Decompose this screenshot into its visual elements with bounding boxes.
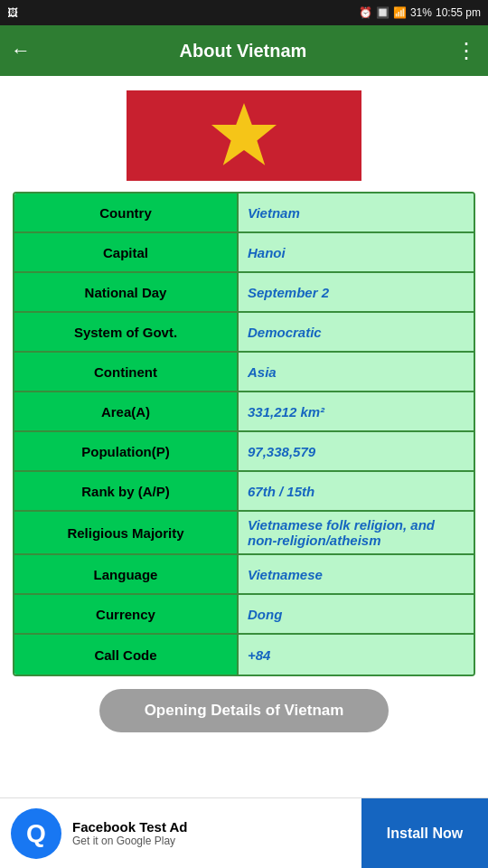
svg-marker-0 [211, 103, 277, 165]
row-label: Call Code [14, 635, 239, 675]
info-table: CountryVietnamCapitalHanoiNational DaySe… [13, 192, 475, 676]
row-value: +84 [239, 635, 474, 675]
status-bar-left: 🖼 [7, 6, 18, 19]
battery-text: 31% [410, 6, 432, 19]
row-label: Continent [14, 353, 239, 391]
ad-icon-letter: Q [26, 819, 46, 848]
table-row: Area(A)331,212 km² [14, 392, 474, 432]
table-row: National DaySeptember 2 [14, 273, 474, 313]
row-value: Vietnamese folk religion, and non-religi… [239, 512, 474, 553]
row-label: Capital [14, 233, 239, 271]
app-bar: ← About Vietnam ⋮ [0, 25, 488, 76]
row-value: Dong [239, 595, 474, 633]
ad-banner: Q Facebook Test Ad Get it on Google Play… [0, 797, 488, 868]
signal-icon: 📶 [393, 6, 407, 19]
table-row: ContinentAsia [14, 353, 474, 392]
table-row: LanguageVietnamese [14, 555, 474, 595]
ad-text: Facebook Test Ad Get it on Google Play [72, 819, 361, 847]
table-row: Rank by (A/P)67th / 15th [14, 472, 474, 512]
alarm-icon: ⏰ [359, 6, 372, 19]
star-svg [208, 99, 280, 172]
table-row: Religious MajorityVietnamese folk religi… [14, 512, 474, 555]
row-label: Population(P) [14, 432, 239, 470]
ad-icon: Q [11, 808, 61, 859]
table-row: Call Code+84 [14, 635, 474, 675]
gallery-icon: 🖼 [7, 6, 18, 19]
row-label: National Day [14, 273, 239, 311]
row-value: September 2 [239, 273, 474, 311]
row-label: Country [14, 193, 239, 231]
row-value: Vietnamese [239, 555, 474, 593]
nfc-icon: 🔲 [376, 6, 389, 19]
top-bar-icons: ⋮ [455, 38, 477, 63]
table-row: System of Govt.Democratic [14, 313, 474, 353]
row-value: 97,338,579 [239, 432, 474, 470]
row-value: 67th / 15th [239, 472, 474, 510]
row-value: Hanoi [239, 233, 474, 271]
status-bar-right: ⏰ 🔲 📶 31% 10:55 pm [359, 6, 481, 19]
ad-title: Facebook Test Ad [72, 819, 361, 835]
table-row: CapitalHanoi [14, 233, 474, 273]
row-value: Democratic [239, 313, 474, 351]
install-now-button[interactable]: Install Now [361, 798, 488, 869]
row-label: Language [14, 555, 239, 593]
row-label: Religious Majority [14, 512, 239, 553]
row-label: Area(A) [14, 392, 239, 430]
vietnam-flag [127, 90, 361, 181]
table-row: CurrencyDong [14, 595, 474, 635]
row-value: Vietnam [239, 193, 474, 231]
time-display: 10:55 pm [436, 6, 481, 19]
table-row: CountryVietnam [14, 193, 474, 233]
page-title: About Vietnam [180, 41, 307, 61]
row-label: System of Govt. [14, 313, 239, 351]
more-options-icon[interactable]: ⋮ [455, 38, 477, 63]
row-value: 331,212 km² [239, 392, 474, 430]
row-value: Asia [239, 353, 474, 391]
ad-subtitle: Get it on Google Play [72, 835, 361, 847]
open-details-button[interactable]: Opening Details of Vietnam [99, 689, 389, 732]
row-label: Rank by (A/P) [14, 472, 239, 510]
flag-container [0, 76, 488, 192]
back-button[interactable]: ← [11, 39, 31, 62]
table-row: Population(P)97,338,579 [14, 432, 474, 472]
status-bar: 🖼 ⏰ 🔲 📶 31% 10:55 pm [0, 0, 488, 25]
row-label: Currency [14, 595, 239, 633]
